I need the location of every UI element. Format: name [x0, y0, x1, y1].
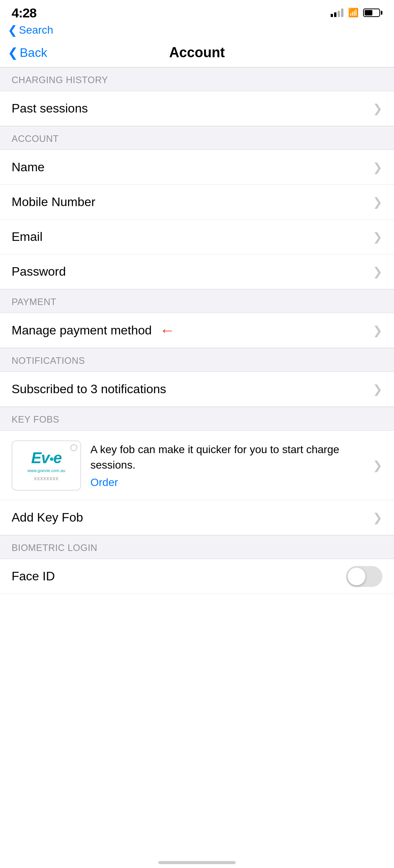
- keyfob-radio: [70, 444, 77, 451]
- add-key-fob-row[interactable]: Add Key Fob ❯: [0, 500, 394, 535]
- evie-brand: Ev•e www.goevie.com.au xxxxxxxx: [27, 449, 65, 481]
- status-time: 4:28: [12, 5, 36, 20]
- wifi-icon: 📶: [348, 8, 358, 18]
- face-id-label: Face ID: [12, 569, 55, 583]
- chevron-right-icon: ❯: [373, 511, 382, 524]
- search-label: Search: [19, 24, 53, 36]
- status-icons: 📶: [331, 8, 382, 18]
- payment-row-content: Manage payment method ←: [12, 322, 175, 339]
- evie-website: www.goevie.com.au: [27, 468, 65, 473]
- add-key-fob-label: Add Key Fob: [12, 510, 83, 525]
- face-id-toggle[interactable]: [346, 566, 382, 587]
- manage-payment-label: Manage payment method: [12, 323, 152, 338]
- account-header: ACCOUNT: [0, 126, 394, 150]
- chevron-left-icon: ❮: [8, 23, 17, 37]
- back-button[interactable]: ❮ Back: [8, 45, 47, 60]
- chevron-right-icon: ❯: [373, 265, 382, 278]
- subscribed-notifications-row[interactable]: Subscribed to 3 notifications ❯: [0, 372, 394, 407]
- red-arrow-icon: ←: [160, 322, 175, 339]
- keyfob-order-link[interactable]: Order: [90, 476, 373, 489]
- search-back-row: ❮ Search: [0, 23, 394, 41]
- back-label: Back: [20, 46, 47, 60]
- name-row[interactable]: Name ❯: [0, 150, 394, 185]
- chevron-right-icon: ❯: [373, 382, 382, 396]
- chevron-right-icon: ❯: [373, 324, 382, 337]
- key-fobs-header: KEY FOBS: [0, 407, 394, 431]
- evie-logo: Ev•e: [31, 449, 61, 467]
- email-row[interactable]: Email ❯: [0, 220, 394, 254]
- notifications-header: NOTIFICATIONS: [0, 348, 394, 372]
- nav-bar: ❮ Back Account: [0, 41, 394, 67]
- biometric-login-header: BIOMETRIC LOGIN: [0, 535, 394, 559]
- keyfob-left: Ev•e www.goevie.com.au xxxxxxxx A key fo…: [12, 440, 373, 491]
- keyfob-description: A key fob can make it quicker for you to…: [90, 442, 373, 472]
- page-title: Account: [169, 44, 225, 61]
- evie-serial: xxxxxxxx: [34, 475, 59, 481]
- manage-payment-row[interactable]: Manage payment method ← ❯: [0, 313, 394, 348]
- battery-icon: [363, 9, 382, 17]
- chevron-right-icon: ❯: [373, 459, 382, 472]
- keyfob-card: Ev•e www.goevie.com.au xxxxxxxx: [12, 440, 81, 491]
- name-label: Name: [12, 160, 44, 174]
- email-label: Email: [12, 230, 42, 244]
- past-sessions-row[interactable]: Past sessions ❯: [0, 91, 394, 126]
- chevron-right-icon: ❯: [373, 230, 382, 244]
- home-indicator: [158, 861, 236, 864]
- status-bar: 4:28 📶: [0, 0, 394, 23]
- back-chevron-icon: ❮: [8, 45, 18, 60]
- chevron-right-icon: ❯: [373, 160, 382, 174]
- mobile-number-row[interactable]: Mobile Number ❯: [0, 185, 394, 220]
- charging-history-header: CHARGING HISTORY: [0, 67, 394, 91]
- signal-icon: [331, 9, 343, 17]
- payment-header: PAYMENT: [0, 289, 394, 313]
- keyfob-text: A key fob can make it quicker for you to…: [90, 442, 373, 488]
- search-back-link[interactable]: ❮ Search: [8, 23, 53, 37]
- keyfob-info-row[interactable]: Ev•e www.goevie.com.au xxxxxxxx A key fo…: [0, 431, 394, 500]
- face-id-row: Face ID: [0, 559, 394, 594]
- mobile-number-label: Mobile Number: [12, 195, 95, 209]
- password-label: Password: [12, 264, 66, 279]
- chevron-right-icon: ❯: [373, 102, 382, 115]
- chevron-right-icon: ❯: [373, 195, 382, 209]
- toggle-knob: [348, 568, 365, 585]
- subscribed-notifications-label: Subscribed to 3 notifications: [12, 382, 166, 396]
- past-sessions-label: Past sessions: [12, 101, 88, 116]
- password-row[interactable]: Password ❯: [0, 254, 394, 289]
